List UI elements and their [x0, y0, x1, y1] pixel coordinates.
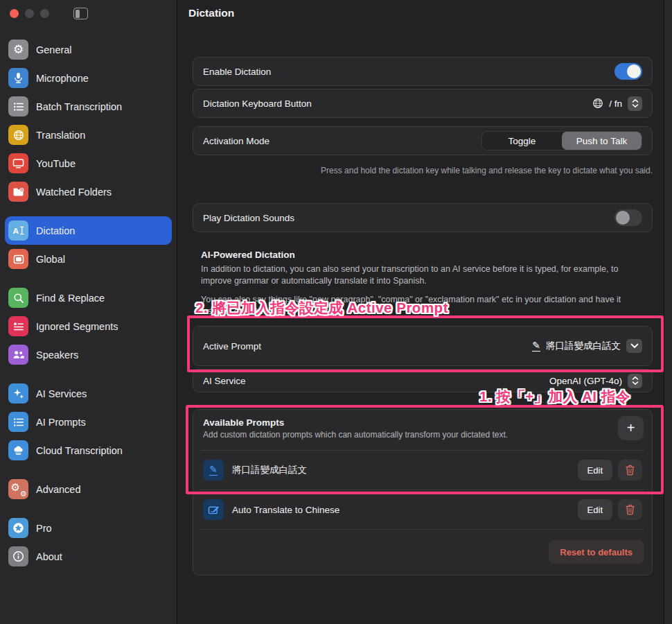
globe-icon — [8, 125, 28, 145]
sidebar-item-label: Ignored Segments — [36, 321, 118, 332]
sidebar-item-watched-folders[interactable]: Watched Folders — [5, 177, 172, 206]
prompt-row: ✎ 將口語變成白話文 Edit — [200, 450, 645, 489]
sidebar-item-general[interactable]: ⚙ General — [5, 35, 172, 64]
sidebar-item-label: Dictation — [36, 225, 75, 236]
keyboard-button-value: / fn — [609, 98, 622, 109]
sidebar-item-about[interactable]: About — [5, 542, 172, 571]
keyboard-button-stepper[interactable] — [628, 96, 642, 111]
available-prompts-header: Available Prompts Add custom dictation p… — [193, 410, 652, 450]
search-icon — [8, 288, 28, 308]
segment-push-to-talk[interactable]: Push to Talk — [562, 132, 642, 150]
available-prompts-subtitle: Add custom dictation prompts which can a… — [203, 430, 642, 440]
sidebar-item-label: Speakers — [36, 349, 78, 361]
sidebar-toggle-icon[interactable] — [73, 8, 88, 19]
ai-service-row: AI Service OpenAI (GPT-4o) — [193, 369, 653, 392]
sidebar-item-label: Pro — [36, 523, 52, 534]
sidebar-item-ai-prompts[interactable]: AI Prompts — [5, 408, 172, 436]
sidebar-item-ai-services[interactable]: AI Services — [5, 379, 172, 408]
play-sounds-row: Play Dictation Sounds — [193, 203, 653, 232]
play-sounds-toggle[interactable] — [614, 209, 642, 226]
display-icon — [8, 153, 28, 173]
reset-to-defaults-button[interactable]: Reset to defaults — [549, 540, 644, 564]
delete-prompt-button[interactable] — [618, 460, 642, 480]
prompt-name: Auto Translate to Chinese — [232, 505, 339, 515]
sidebar-item-label: AI Prompts — [36, 417, 86, 428]
window-edge — [664, 0, 672, 624]
available-prompts-title: Available Prompts — [203, 417, 642, 428]
activation-mode-label: Activation Mode — [203, 136, 269, 146]
window-icon — [8, 249, 28, 269]
list-lines-icon — [8, 316, 28, 336]
text-cursor-icon: A — [8, 220, 28, 241]
sidebar-item-label: YouTube — [36, 158, 76, 169]
close-button[interactable] — [10, 9, 19, 18]
sidebar-item-dictation[interactable]: A Dictation — [5, 216, 172, 245]
sidebar-item-find-replace[interactable]: Find & Replace — [5, 284, 172, 312]
keyboard-button-row: Dictation Keyboard Button / fn — [193, 89, 653, 118]
sidebar-item-label: Translation — [36, 130, 85, 141]
available-prompts-card: Available Prompts Add custom dictation p… — [193, 409, 653, 575]
sidebar-item-label: AI Services — [36, 388, 87, 399]
sidebar-item-youtube[interactable]: YouTube — [5, 149, 172, 177]
add-prompt-button[interactable]: + — [618, 416, 644, 440]
pencil-icon: ✎ — [203, 460, 224, 480]
prompt-name: 將口語變成白話文 — [232, 464, 307, 476]
globe-icon — [592, 98, 603, 109]
edit-prompt-button[interactable]: Edit — [578, 499, 612, 520]
compose-icon — [203, 499, 224, 520]
sidebar-item-label: Global — [36, 254, 65, 265]
sidebar-item-label: Find & Replace — [36, 293, 105, 304]
sidebar-item-label: About — [36, 551, 62, 562]
ai-service-value: OpenAI (GPT-4o) — [549, 376, 622, 386]
sidebar-item-microphone[interactable]: Microphone — [5, 64, 172, 92]
sidebar-item-label: Microphone — [36, 73, 89, 84]
activation-mode-row: Activation Mode Toggle Push to Talk — [193, 126, 653, 155]
sidebar-item-advanced[interactable]: ⚙⚙ Advanced — [5, 475, 172, 503]
sidebar-item-speakers[interactable]: Speakers — [5, 340, 172, 369]
enable-dictation-label: Enable Dictation — [203, 67, 271, 77]
active-prompt-label: Active Prompt — [203, 341, 261, 352]
list-icon — [8, 412, 28, 432]
main-content: Dictation Enable Dictation Dictation Key… — [177, 0, 664, 624]
edit-prompt-button[interactable]: Edit — [578, 460, 612, 480]
microphone-icon — [8, 68, 28, 88]
people-icon — [8, 345, 28, 365]
pencil-icon: ✎ — [532, 340, 540, 352]
zoom-button[interactable] — [40, 9, 49, 18]
sidebar-item-label: General — [36, 44, 72, 55]
star-icon — [8, 518, 28, 538]
sidebar: ⚙ General Microphone Batch Transcription — [0, 0, 177, 624]
cloud-icon — [8, 440, 28, 460]
sidebar-item-ignored-segments[interactable]: Ignored Segments — [5, 312, 172, 340]
list-icon — [8, 96, 28, 116]
sparkles-icon — [8, 383, 28, 404]
sidebar-item-label: Advanced — [36, 484, 81, 495]
gear-icon: ⚙ — [8, 40, 28, 60]
ai-section-title: AI-Powered Dictation — [201, 250, 295, 260]
sidebar-item-batch-transcription[interactable]: Batch Transcription — [5, 92, 172, 121]
ai-section-description: In addition to dictation, you can also s… — [201, 263, 650, 286]
segment-toggle[interactable]: Toggle — [482, 132, 562, 150]
info-icon — [8, 546, 28, 566]
sidebar-item-translation[interactable]: Translation — [5, 121, 172, 149]
active-prompt-dropdown[interactable] — [626, 339, 642, 353]
activation-mode-caption: Press and hold the dictation key while t… — [193, 166, 653, 175]
trash-icon — [625, 504, 635, 515]
sidebar-item-pro[interactable]: Pro — [5, 514, 172, 542]
trash-icon — [625, 465, 635, 476]
keyboard-button-label: Dictation Keyboard Button — [203, 98, 312, 109]
sidebar-item-cloud-transcription[interactable]: Cloud Transcription — [5, 436, 172, 465]
activation-mode-segmented-control: Toggle Push to Talk — [481, 131, 642, 150]
enable-dictation-toggle[interactable] — [614, 63, 642, 80]
enable-dictation-row: Enable Dictation — [193, 57, 653, 86]
sidebar-item-global[interactable]: Global — [5, 245, 172, 273]
sidebar-item-label: Batch Transcription — [36, 101, 122, 112]
minimize-button[interactable] — [25, 9, 34, 18]
active-prompt-row: Active Prompt ✎ 將口語變成白話文 — [193, 326, 653, 366]
ai-service-stepper[interactable] — [628, 374, 642, 388]
available-prompts-footer: Reset to defaults — [200, 529, 645, 575]
prompt-row: Auto Translate to Chinese Edit — [200, 489, 645, 529]
ai-section-description2: You can also say things like "new paragr… — [201, 294, 650, 317]
delete-prompt-button[interactable] — [618, 499, 642, 520]
active-prompt-value: 將口語變成白話文 — [546, 340, 621, 352]
